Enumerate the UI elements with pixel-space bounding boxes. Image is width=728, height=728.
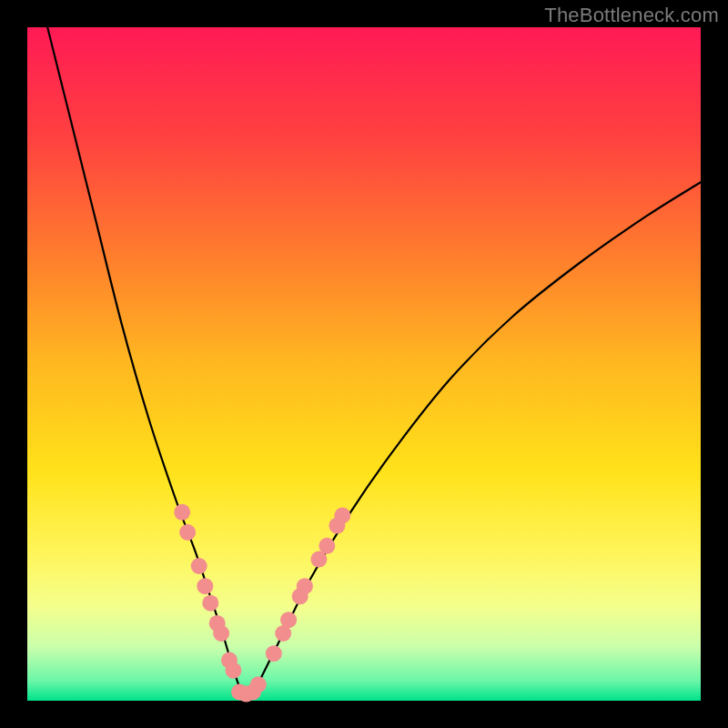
marker-dot [179, 524, 196, 541]
marker-dot [202, 595, 218, 612]
marker-dot [213, 625, 229, 642]
bottleneck-curve [47, 27, 701, 697]
marker-dot [334, 508, 350, 524]
marker-layer [174, 504, 350, 703]
marker-dot [191, 558, 207, 574]
marker-dot [225, 662, 241, 679]
watermark-text: TheBottleneck.com [544, 4, 719, 27]
marker-dot [297, 578, 313, 594]
outer-frame: TheBottleneck.com [0, 0, 728, 728]
chart-svg [27, 27, 701, 701]
marker-dot [197, 578, 213, 594]
marker-dot [266, 645, 282, 662]
marker-dot [318, 538, 335, 554]
marker-dot [174, 504, 190, 521]
marker-dot [250, 676, 267, 693]
marker-dot [280, 612, 297, 628]
